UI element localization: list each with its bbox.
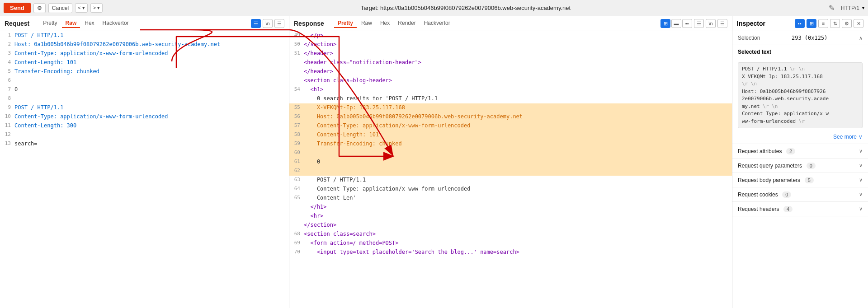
- line-content: Host: 0a1b005b046b99f08079262e0079006b.w…: [304, 112, 523, 121]
- request-line: 6: [0, 76, 289, 85]
- request-line: 3Content-Type: application/x-www-form-ur…: [0, 49, 289, 58]
- selection-label: Selection: [738, 35, 760, 41]
- response-line: 70 <input type=text placeholder='Search …: [289, 248, 732, 257]
- edit-icon[interactable]: ✎: [829, 4, 835, 12]
- inspector-close-btn[interactable]: ✕: [854, 19, 863, 28]
- tab-request-pretty[interactable]: Pretty: [39, 19, 61, 28]
- line-number: 59: [291, 140, 304, 149]
- inspector-icon-group: ▪▪ ⊞ ≡ ⇅ ⚙ ✕: [795, 19, 863, 28]
- send-button[interactable]: Send: [4, 3, 31, 13]
- line-content: Content-Type: application/x-www-form-url…: [14, 112, 168, 121]
- request-line: 1POST / HTTP/1.1: [0, 31, 289, 40]
- tab-request-hackvertor[interactable]: Hackvertor: [99, 19, 132, 28]
- line-number: 63: [291, 176, 304, 185]
- chevron-down-icon: ∨: [859, 191, 863, 197]
- response-line: 51</header>: [289, 49, 732, 58]
- inspector-section: Request cookies 0 ∨: [732, 187, 868, 202]
- inspector-sections: Request attributes 2 ∨ Request query par…: [732, 144, 868, 216]
- request-code-area[interactable]: 1POST / HTTP/1.12Host: 0a1b005b046b99f08…: [0, 31, 289, 308]
- tab-response-hackvertor[interactable]: Hackvertor: [420, 19, 454, 28]
- prev-button[interactable]: < ▾: [75, 3, 87, 13]
- selection-chevron[interactable]: ∧: [859, 35, 863, 41]
- request-line: 4Content-Length: 101: [0, 58, 289, 67]
- cancel-button[interactable]: Cancel: [48, 3, 72, 13]
- request-newline-button[interactable]: \n: [263, 19, 273, 28]
- request-copy-button[interactable]: ☰: [251, 19, 261, 28]
- main-layout: Request Pretty Raw Hex Hackvertor ☰ \n ☰…: [0, 16, 868, 308]
- http-version[interactable]: HTTP/1: [841, 5, 859, 11]
- response-line: 63 POST / HTTP/1.1: [289, 176, 732, 185]
- line-number: [291, 221, 304, 230]
- line-number: 1: [2, 31, 14, 40]
- request-line: 13search=: [0, 140, 289, 149]
- response-copy-button[interactable]: ☰: [694, 19, 704, 28]
- line-number: 54: [291, 85, 304, 94]
- line-content: <section class=search>: [304, 230, 376, 239]
- line-number: 10: [2, 112, 14, 121]
- request-line: 10Content-Type: application/x-www-form-u…: [0, 112, 289, 121]
- request-line: 2Host: 0a1b005b046b99f08079262e0079006b.…: [0, 40, 289, 49]
- tab-request-hex[interactable]: Hex: [81, 19, 98, 28]
- inspector-section-header[interactable]: Request body parameters 5 ∨: [732, 173, 868, 187]
- inspector-align-btn[interactable]: ≡: [818, 19, 828, 28]
- response-line: 68<section class=search>: [289, 230, 732, 239]
- inspector-section-header[interactable]: Request attributes 2 ∨: [732, 144, 868, 158]
- line-content: <h1>: [304, 85, 323, 94]
- line-content: </section>: [304, 40, 336, 49]
- response-tab-icons: ⊞ ▬ ▪▪ ☰ \n ☰: [660, 19, 727, 28]
- line-content: </h1>: [304, 203, 327, 212]
- next-button[interactable]: > ▾: [90, 3, 103, 13]
- line-content: Content-Type: application/x-www-form-url…: [304, 185, 470, 194]
- line-number: 62: [291, 167, 304, 176]
- inspector-section: Request attributes 2 ∨: [732, 144, 868, 159]
- response-line: 55 X-VFKQMt-Ip: 183.25.117.168: [289, 103, 732, 112]
- tab-response-render[interactable]: Render: [394, 19, 419, 28]
- response-format-alt[interactable]: ▪▪: [682, 19, 692, 28]
- tab-response-pretty[interactable]: Pretty: [334, 19, 357, 28]
- line-number: 7: [2, 85, 14, 94]
- inspector-section-title: Request body parameters: [738, 177, 800, 183]
- line-content: <hr>: [304, 212, 323, 221]
- response-menu-button[interactable]: ☰: [717, 19, 727, 28]
- toolbar: Send ⚙ Cancel < ▾ > ▾ Target: https://0a…: [0, 0, 868, 16]
- inspector-split-btn[interactable]: ⇅: [830, 19, 840, 28]
- selected-text-content: POST / HTTP/1.1 \r \nX-VFKQMt-Ip: 183.25…: [738, 62, 863, 128]
- response-code-area[interactable]: 49 </p>50</section>51</header><header cl…: [289, 31, 732, 308]
- line-content: <input type=text placeholder='Search the…: [304, 248, 519, 257]
- request-panel-title: Request: [5, 20, 29, 27]
- response-line: 64 Content-Type: application/x-www-form-…: [289, 185, 732, 194]
- see-more-button[interactable]: See more ∨: [732, 132, 868, 144]
- tab-response-raw[interactable]: Raw: [358, 19, 376, 28]
- inspector-section-header[interactable]: Request query parameters 0 ∨: [732, 159, 868, 173]
- inspector-section-header[interactable]: Request cookies 0 ∨: [732, 187, 868, 201]
- chevron-down-icon: ∨: [859, 163, 863, 168]
- request-menu-button[interactable]: ☰: [274, 19, 284, 28]
- inspector-view-btn2[interactable]: ⊞: [807, 19, 816, 28]
- inspector-view-btn1[interactable]: ▪▪: [795, 19, 805, 28]
- line-number: 65: [291, 194, 304, 203]
- request-panel: Request Pretty Raw Hex Hackvertor ☰ \n ☰…: [0, 16, 289, 308]
- line-content: Host: 0a1b005b046b99f08079262e0079006b.w…: [14, 40, 220, 49]
- request-tab-icons: ☰ \n ☰: [251, 19, 284, 28]
- response-newline-button[interactable]: \n: [706, 19, 716, 28]
- line-content: 0 search results for 'POST / HTTP/1.1: [304, 94, 438, 103]
- line-number: 56: [291, 112, 304, 121]
- tab-response-hex[interactable]: Hex: [377, 19, 393, 28]
- line-content: <header class="notification-header">: [304, 58, 421, 67]
- line-content: Content-Length: 101: [14, 58, 76, 67]
- request-line: 8: [0, 94, 289, 103]
- http-version-dropdown[interactable]: ▾: [862, 5, 864, 10]
- response-panel: Response Pretty Raw Hex Render Hackverto…: [289, 16, 732, 308]
- line-content: 0: [304, 158, 320, 167]
- inspector-settings-btn[interactable]: ⚙: [842, 19, 852, 28]
- response-format-single[interactable]: ▬: [671, 19, 681, 28]
- line-number: 58: [291, 131, 304, 140]
- line-number: 4: [2, 58, 14, 67]
- inspector-section-header[interactable]: Request headers 4 ∨: [732, 202, 868, 216]
- response-format-split[interactable]: ⊞: [660, 19, 670, 28]
- tab-request-raw[interactable]: Raw: [62, 19, 80, 28]
- response-line: 65 Content-Len': [289, 194, 732, 203]
- line-content: </header>: [304, 49, 333, 58]
- inspector-section: Request body parameters 5 ∨: [732, 173, 868, 187]
- settings-button[interactable]: ⚙: [33, 3, 46, 13]
